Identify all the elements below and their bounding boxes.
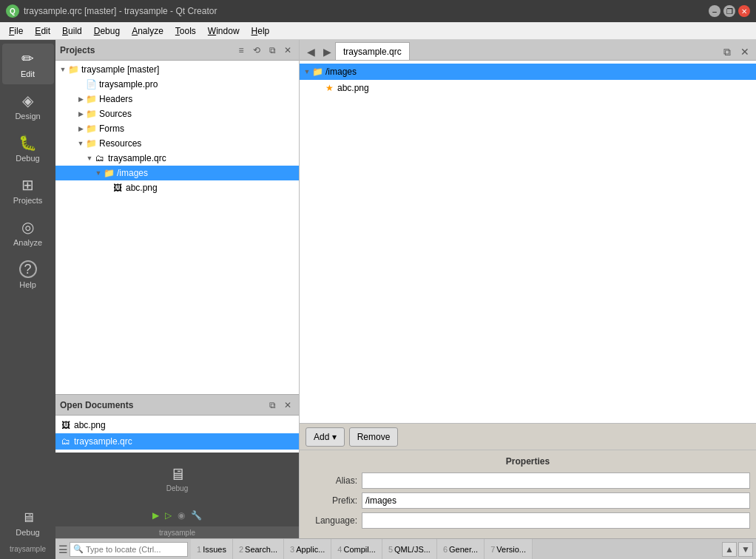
- open-docs-title: Open Documents: [60, 400, 133, 410]
- folder-icon-traysample: 📁: [67, 64, 79, 75]
- label-qrc-abc: abc.png: [337, 83, 369, 93]
- menu-help[interactable]: Help: [246, 24, 276, 38]
- tree-sources[interactable]: ▶ 📁 Sources: [55, 106, 299, 121]
- sidebar-arrows: ▶ ▷ ◉ 🔧: [55, 504, 299, 526]
- status-tab-search[interactable]: 2 Search...: [233, 539, 284, 560]
- sidebar-debug-bottom-label: Debug: [16, 528, 39, 537]
- sidebar-item-help[interactable]: ? Help: [2, 254, 54, 295]
- open-docs-expand[interactable]: ⧉: [266, 399, 279, 412]
- title-bar: Q traysample.qrc [master] - traysample -…: [0, 0, 756, 22]
- qrc-abc-png[interactable]: ★ abc.png: [300, 80, 756, 96]
- debug-bottom-icon: 🖥: [21, 510, 35, 526]
- tab-num-3: 3: [290, 545, 294, 554]
- projects-panel-close[interactable]: ✕: [281, 44, 294, 57]
- properties-panel: Properties Alias: Prefix: Language:: [300, 450, 756, 538]
- status-arrow-down[interactable]: ▼: [738, 542, 753, 557]
- tab-traysample-qrc-label: traysample.qrc: [343, 47, 402, 57]
- debug-icon: 🐛: [18, 134, 37, 152]
- projects-panel-expand[interactable]: ⧉: [266, 44, 279, 57]
- sidebar-design-label: Design: [15, 112, 40, 121]
- projects-panel-filter[interactable]: ≡: [234, 44, 248, 57]
- sidebar-debug-panel[interactable]: 🖥 Debug: [55, 453, 299, 504]
- play-icon[interactable]: ▶: [152, 510, 159, 521]
- menu-file[interactable]: File: [3, 24, 29, 38]
- status-tab-issues[interactable]: 1 Issues: [191, 539, 233, 560]
- language-row: Language:: [306, 512, 750, 529]
- status-tab-gener[interactable]: 6 Gener...: [437, 539, 485, 560]
- arrow-qrc-abc: [314, 84, 323, 92]
- tree-forms[interactable]: ▶ 📁 Forms: [55, 121, 299, 136]
- sidebar-item-edit[interactable]: ✏ Edit: [2, 44, 54, 84]
- label-qrc: traysample.qrc: [108, 153, 166, 163]
- sidebar-debug-bottom[interactable]: 🖥 Debug: [2, 505, 54, 542]
- arrow-qrc-images: ▼: [303, 67, 311, 76]
- qrc-icon: 🗂: [94, 152, 106, 164]
- label-abc: abc.png: [126, 183, 158, 193]
- status-tab-compil[interactable]: 4 Compil...: [331, 539, 382, 560]
- tab-label-issues: Issues: [203, 545, 226, 554]
- sidebar-item-debug[interactable]: 🐛 Debug: [2, 128, 54, 169]
- tab-expand-button[interactable]: ⧉: [719, 44, 735, 60]
- design-icon: ◈: [22, 92, 33, 109]
- folder-icon-headers: 📁: [85, 93, 97, 105]
- tree-headers[interactable]: ▶ 📁 Headers: [55, 92, 299, 106]
- step-icon[interactable]: ▷: [165, 510, 172, 521]
- tree-traysample-pro[interactable]: 📄 traysample.pro: [55, 77, 299, 92]
- search-input[interactable]: [86, 545, 182, 554]
- sidebar-item-projects[interactable]: ⊞ Projects: [2, 170, 54, 211]
- star-icon-abc: ★: [323, 82, 335, 94]
- projects-panel-sync[interactable]: ⟲: [250, 44, 263, 57]
- projects-tree: ▼ 📁 traysample [master] 📄 traysample.pro: [55, 61, 299, 394]
- stop-icon[interactable]: ◉: [178, 510, 185, 521]
- arrow-qrc: ▼: [85, 154, 94, 163]
- open-docs-list: 🖼 abc.png 🗂 traysample.qrc: [55, 416, 299, 453]
- sidebar-edit-label: Edit: [21, 70, 35, 78]
- tree-resources[interactable]: ▼ 📁 Resources: [55, 136, 299, 151]
- sidebar-analyze-label: Analyze: [13, 238, 42, 247]
- remove-button[interactable]: Remove: [349, 427, 399, 447]
- help-icon: ?: [19, 260, 37, 278]
- status-icon-list[interactable]: ☰: [58, 543, 68, 555]
- menu-edit[interactable]: Edit: [29, 24, 56, 38]
- tree-traysample-master[interactable]: ▼ 📁 traysample [master]: [55, 62, 299, 77]
- menu-tools[interactable]: Tools: [169, 24, 202, 38]
- sidebar-item-design[interactable]: ◈ Design: [2, 86, 54, 126]
- app-logo: Q: [6, 4, 19, 18]
- tab-num-7: 7: [490, 545, 495, 554]
- sidebar-project-bottom: traysample: [55, 526, 299, 538]
- language-input[interactable]: [362, 512, 750, 529]
- tree-abc-png[interactable]: 🖼 abc.png: [55, 180, 299, 195]
- status-search-box[interactable]: 🔍: [70, 542, 188, 557]
- tab-forward-button[interactable]: ▶: [319, 44, 335, 60]
- menu-debug[interactable]: Debug: [88, 24, 126, 38]
- tab-label-applic: Applic...: [296, 545, 325, 554]
- doc-item-traysample-qrc[interactable]: 🗂 traysample.qrc: [55, 433, 299, 450]
- status-bar: ☰ 🔍 1 Issues 2 Search... 3 Applic...: [55, 538, 756, 559]
- add-button[interactable]: Add ▾: [306, 427, 345, 447]
- tab-traysample-qrc[interactable]: traysample.qrc: [335, 42, 410, 60]
- label-pro: traysample.pro: [99, 79, 158, 89]
- minimize-button[interactable]: –: [709, 5, 720, 17]
- menu-window[interactable]: Window: [202, 24, 246, 38]
- tab-back-button[interactable]: ◀: [303, 44, 319, 60]
- menu-analyze[interactable]: Analyze: [126, 24, 169, 38]
- wrench-icon[interactable]: 🔧: [191, 510, 202, 521]
- tab-close-button[interactable]: ✕: [737, 44, 753, 60]
- status-tab-qmljs[interactable]: 5 QML/JS...: [382, 539, 437, 560]
- status-tab-applic[interactable]: 3 Applic...: [284, 539, 331, 560]
- status-tab-versio[interactable]: 7 Versio...: [485, 539, 533, 560]
- doc-item-abc[interactable]: 🖼 abc.png: [55, 417, 299, 433]
- menu-build[interactable]: Build: [56, 24, 88, 38]
- qrc-images-folder[interactable]: ▼ 📁 /images: [300, 64, 756, 80]
- tree-images-folder[interactable]: ▼ 📁 /images: [55, 166, 299, 180]
- arrow-sources: ▶: [76, 109, 85, 118]
- status-arrow-up[interactable]: ▲: [722, 542, 737, 557]
- maximize-button[interactable]: ❐: [723, 5, 735, 17]
- prefix-input[interactable]: [362, 492, 750, 509]
- label-images: /images: [117, 168, 148, 178]
- sidebar-item-analyze[interactable]: ◎ Analyze: [2, 212, 54, 253]
- alias-input[interactable]: [362, 472, 750, 489]
- open-docs-close[interactable]: ✕: [281, 399, 294, 412]
- close-button[interactable]: ✕: [738, 5, 750, 17]
- tree-traysample-qrc[interactable]: ▼ 🗂 traysample.qrc: [55, 151, 299, 166]
